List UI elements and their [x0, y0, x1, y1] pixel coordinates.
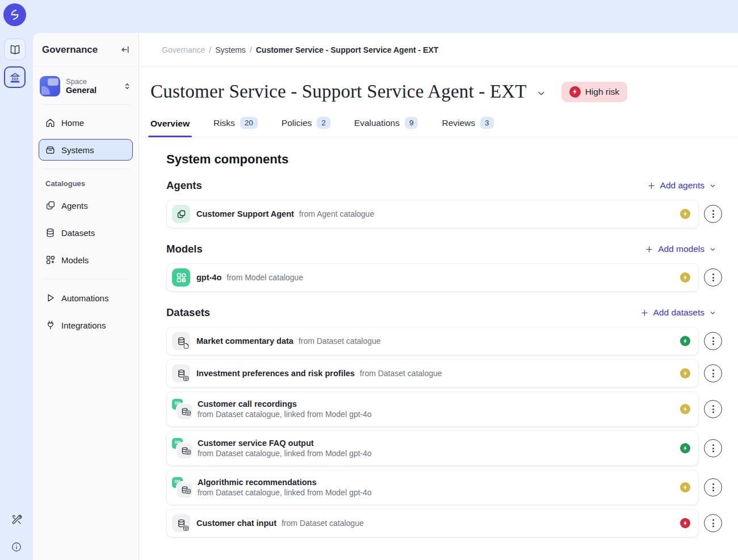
- tab-risks[interactable]: Risks 20: [213, 117, 258, 137]
- collapse-sidebar-button[interactable]: [120, 44, 131, 55]
- status-green-icon: [680, 336, 690, 346]
- sidebar-title: Governance: [42, 44, 98, 56]
- component-name: Customer service FAQ output: [198, 439, 314, 448]
- sidebar-item-models[interactable]: Models: [39, 249, 133, 271]
- row-menu-button[interactable]: [704, 268, 722, 287]
- breadcrumb-item[interactable]: Governance: [162, 45, 205, 54]
- sidebar-divider: [42, 279, 129, 279]
- collapse-left-icon: [120, 44, 131, 55]
- tab-bar: Overview Risks 20 Policies 2 Evaluations…: [139, 113, 738, 137]
- chevron-down-icon: [536, 89, 546, 98]
- book-icon: [9, 44, 21, 56]
- sidebar-item-systems[interactable]: Systems: [39, 139, 133, 161]
- status-red-icon: [680, 518, 690, 528]
- library-button[interactable]: [4, 39, 26, 60]
- plus-icon: [645, 245, 653, 254]
- sidebar-item-home[interactable]: Home: [39, 112, 133, 133]
- sidebar-panel: Governance Space General Home Sy: [33, 33, 139, 560]
- component-source: from Agent catalogue: [299, 209, 374, 218]
- sidebar-item-agents[interactable]: Agents: [39, 195, 133, 216]
- breadcrumb: Governance / Systems / Customer Service …: [139, 33, 738, 67]
- linked-dataset-icon: [172, 438, 192, 458]
- component-row[interactable]: Market commentary datafrom Dataset catal…: [166, 327, 699, 355]
- sidebar-item-label: Datasets: [61, 228, 95, 238]
- add-datasets-button[interactable]: Add datasets: [640, 308, 716, 318]
- sidebar-item-label: Integrations: [61, 321, 106, 330]
- tab-count-badge: 2: [317, 117, 330, 129]
- component-name: Customer call recordings: [198, 399, 297, 409]
- component-name: Algorithmic recommendations: [198, 478, 316, 487]
- row-menu-button[interactable]: [704, 439, 722, 457]
- row-menu-button[interactable]: [704, 364, 722, 382]
- agents-icon: [45, 200, 56, 210]
- tab-count-badge: 3: [480, 117, 494, 129]
- linked-dataset-icon: [172, 399, 192, 419]
- dataset-mini-icon: [177, 443, 192, 458]
- sections: Agents Add agents Customer Support Agent…: [166, 179, 738, 537]
- tab-reviews[interactable]: Reviews 3: [442, 117, 493, 137]
- title-dropdown-button[interactable]: [536, 89, 546, 98]
- chevron-down-icon: [709, 246, 716, 253]
- help-info-button[interactable]: [0, 541, 33, 553]
- component-row[interactable]: Customer Support Agentfrom Agent catalog…: [166, 200, 699, 228]
- tab-evaluations[interactable]: Evaluations 9: [354, 117, 418, 137]
- datasets-icon: [45, 228, 56, 238]
- add-agents-button[interactable]: Add agents: [647, 180, 716, 191]
- status-yellow-icon: [680, 272, 690, 283]
- component-source: from Dataset catalogue, linked from Mode…: [198, 410, 372, 419]
- component-name: Customer Support Agent: [196, 209, 294, 218]
- content-heading: System components: [166, 152, 738, 167]
- chevron-down-icon: [709, 182, 716, 190]
- dataset-mini-icon: [177, 482, 192, 498]
- component-source: from Dataset catalogue, linked from Mode…: [198, 488, 372, 497]
- tab-overview[interactable]: Overview: [150, 119, 190, 137]
- tab-count-badge: 9: [405, 117, 418, 129]
- row-menu-button[interactable]: [704, 514, 722, 532]
- component-source: from Dataset catalogue: [282, 519, 364, 528]
- component-source: from Dataset catalogue: [360, 369, 442, 378]
- app-logo[interactable]: [3, 3, 26, 26]
- row-menu-button[interactable]: [704, 478, 722, 496]
- row-menu-button[interactable]: [704, 332, 722, 350]
- component-row[interactable]: Customer service FAQ outputfrom Dataset …: [166, 431, 699, 466]
- settings-tools-button[interactable]: [0, 514, 33, 526]
- space-value: General: [66, 86, 117, 95]
- tab-label: Policies: [282, 118, 312, 128]
- status-yellow-icon: [680, 368, 690, 378]
- page-title: Customer Service - Support Service Agent…: [150, 81, 527, 102]
- tab-label: Reviews: [442, 118, 475, 128]
- component-name: Market commentary data: [196, 336, 293, 346]
- component-row[interactable]: Investment preferences and risk profiles…: [166, 359, 699, 388]
- tab-label: Risks: [213, 118, 235, 128]
- space-label: Space: [66, 77, 117, 86]
- component-row[interactable]: gpt-4ofrom Model catalogue: [166, 263, 699, 292]
- dataset-document-icon: [172, 332, 190, 350]
- space-selector[interactable]: Space General: [40, 76, 132, 96]
- section-title-datasets: Datasets: [166, 306, 210, 319]
- breadcrumb-current: Customer Service - Support Service Agent…: [256, 45, 439, 54]
- component-row[interactable]: Customer chat inputfrom Dataset catalogu…: [166, 509, 699, 537]
- main-area: Governance / Systems / Customer Service …: [139, 33, 738, 560]
- risk-badge-label: High risk: [585, 87, 619, 97]
- add-models-button[interactable]: Add models: [645, 244, 716, 254]
- component-name: Customer chat input: [196, 519, 276, 528]
- governance-button[interactable]: [4, 66, 26, 88]
- sidebar-item-integrations[interactable]: Integrations: [39, 314, 133, 336]
- plus-icon: [647, 182, 656, 190]
- tab-policies[interactable]: Policies 2: [282, 117, 330, 137]
- sidebar-divider: [42, 104, 129, 105]
- catalogues-label: Catalogues: [39, 177, 133, 195]
- sidebar-item-automations[interactable]: Automations: [39, 287, 133, 309]
- component-row[interactable]: Customer call recordingsfrom Dataset cat…: [166, 391, 699, 427]
- dataset-table-icon: [172, 514, 190, 532]
- component-row[interactable]: Algorithmic recommendationsfrom Dataset …: [166, 470, 699, 505]
- row-menu-button[interactable]: [704, 205, 722, 223]
- row-menu-button[interactable]: [704, 400, 722, 418]
- sidebar-item-label: Models: [61, 255, 89, 265]
- sidebar-item-datasets[interactable]: Datasets: [39, 222, 133, 243]
- breadcrumb-item[interactable]: Systems: [215, 45, 246, 54]
- automations-icon: [45, 293, 56, 303]
- sidebar-divider: [42, 169, 129, 169]
- home-icon: [45, 117, 56, 128]
- add-datasets-label: Add datasets: [653, 308, 705, 318]
